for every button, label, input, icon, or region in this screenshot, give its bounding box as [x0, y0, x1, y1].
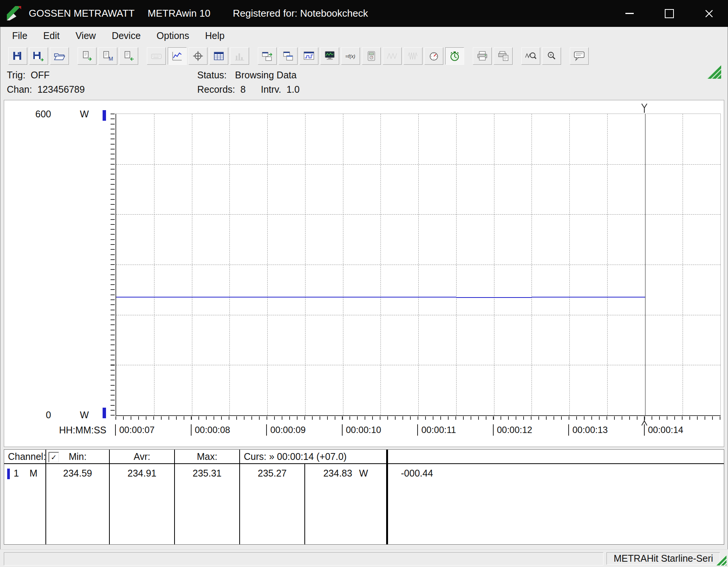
cursor-top-marker[interactable]	[641, 103, 647, 115]
interval-label: Intrv.	[261, 84, 281, 95]
menu-device[interactable]: Device	[106, 29, 147, 43]
chan-label: Chan:	[7, 84, 32, 95]
save-button[interactable]	[8, 47, 27, 65]
data-line-segment	[343, 297, 419, 298]
cursor-crosshair-button[interactable]	[189, 47, 207, 65]
channel-mode: M	[30, 468, 37, 479]
device-panel-button[interactable]	[362, 47, 381, 65]
channel-visible-checkbox[interactable]: ✓	[48, 452, 59, 463]
trig-label: Trig:	[7, 70, 25, 80]
magnifier-wave-icon	[524, 50, 537, 62]
max-value-cell: 235.31	[175, 464, 240, 544]
menu-options[interactable]: Options	[151, 29, 195, 43]
x-tick-label: 00:00:11	[417, 424, 456, 436]
browse-status-line: Status:Browsing Data	[197, 70, 296, 81]
x-tick-label: 00:00:14	[644, 424, 683, 436]
waveform-window-button[interactable]	[299, 47, 318, 65]
document-arrow-right-icon	[81, 50, 94, 62]
x-tick-label: 00:00:13	[568, 424, 608, 436]
cursor-value-cell: 235.27	[240, 464, 305, 544]
plot-area[interactable]	[115, 114, 721, 416]
zoom-button[interactable]	[542, 47, 561, 65]
close-icon	[704, 9, 714, 19]
save-as-button[interactable]	[29, 47, 48, 65]
print-preview-button[interactable]	[494, 47, 513, 65]
annotation-button[interactable]	[570, 47, 589, 65]
y-axis-unit-top: W	[80, 109, 89, 120]
maximize-button[interactable]	[658, 0, 680, 27]
chart-view-button[interactable]	[168, 47, 187, 65]
min-column-header: ✓ Min:	[46, 450, 110, 464]
printer-icon	[476, 50, 489, 62]
signal-max-button[interactable]	[404, 47, 422, 65]
print-button[interactable]	[473, 47, 492, 65]
data-table-icon	[212, 50, 225, 62]
y-axis-max-label: 600	[26, 109, 51, 120]
export-device-button[interactable]: M	[98, 47, 117, 65]
app-logo-icon	[6, 5, 22, 21]
export-file-button[interactable]	[78, 47, 97, 65]
monitor-icon	[323, 50, 336, 62]
window-stack-icon	[282, 50, 295, 62]
data-line-segment	[569, 297, 645, 298]
window-arrow-icon	[261, 50, 274, 62]
table-view-button[interactable]	[209, 47, 228, 65]
records-value: 8	[240, 84, 246, 95]
title-app-name: METRAwin 10	[148, 0, 210, 27]
chan-value: 123456789	[37, 84, 85, 95]
waveform-small-icon	[386, 50, 399, 62]
open-button[interactable]	[50, 47, 69, 65]
bar-chart-icon	[233, 50, 246, 62]
open-folder-icon	[53, 50, 66, 62]
close-button[interactable]	[698, 0, 720, 27]
gridline-horizontal	[116, 365, 720, 365]
menu-help[interactable]: Help	[199, 29, 231, 43]
keyboard-entry-button[interactable]	[147, 47, 166, 65]
maximize-icon	[665, 9, 674, 18]
minimize-button[interactable]	[619, 0, 641, 27]
window-waveform-icon	[302, 50, 315, 62]
timer-button[interactable]	[445, 47, 464, 65]
y-axis-unit-bottom: W	[80, 410, 89, 421]
interval-value: 1.0	[287, 84, 300, 95]
svg-text:=f(x): =f(x)	[345, 53, 355, 59]
x-tick-label: 00:00:08	[191, 424, 230, 436]
crosshair-icon	[192, 50, 204, 62]
x-tick-label: 00:00:07	[115, 424, 154, 436]
app-window: GOSSEN METRAWATT METRAwin 10 Registered …	[0, 0, 728, 567]
channel-color-marker	[103, 408, 106, 418]
statistics-view-button[interactable]	[230, 47, 249, 65]
formula-button[interactable]: =f(x)	[341, 47, 360, 65]
statusbar-message-panel	[4, 552, 603, 565]
device-monitor-button[interactable]	[320, 47, 339, 65]
min-value-cell: 234.59	[46, 464, 110, 544]
cursor-current-unit: W	[359, 468, 368, 479]
menu-edit[interactable]: Edit	[37, 29, 65, 43]
gridline-horizontal	[116, 315, 720, 315]
y-axis-ticks	[111, 114, 115, 416]
gridline-horizontal	[116, 214, 720, 215]
document-arrow-in-icon	[122, 50, 135, 62]
min-header-label: Min:	[69, 451, 86, 462]
trig-value: OFF	[31, 70, 50, 80]
avr-column-header: Avr:	[110, 450, 175, 464]
signal-min-button[interactable]	[383, 47, 402, 65]
channel-number: 1	[14, 468, 19, 479]
transfer-window-button[interactable]	[258, 47, 277, 65]
cursor-bottom-marker[interactable]	[641, 416, 647, 427]
copy-window-button[interactable]	[279, 47, 298, 65]
title-brand: GOSSEN METRAWATT	[29, 0, 134, 27]
data-line-segment	[267, 297, 343, 298]
gauge-button[interactable]	[424, 47, 443, 65]
import-button[interactable]	[119, 47, 138, 65]
y-axis-min-label: 0	[26, 410, 51, 421]
channel-color-marker	[103, 110, 106, 121]
document-m-icon: M	[101, 50, 114, 62]
connected-device-name: METRAHit Starline-Seri	[606, 552, 720, 565]
menu-file[interactable]: File	[6, 29, 33, 43]
data-line-segment	[418, 297, 456, 298]
cursor-line[interactable]	[645, 114, 645, 415]
zoom-waveform-button[interactable]	[521, 47, 540, 65]
menu-view[interactable]: View	[69, 29, 102, 43]
data-line-segment	[532, 297, 569, 298]
